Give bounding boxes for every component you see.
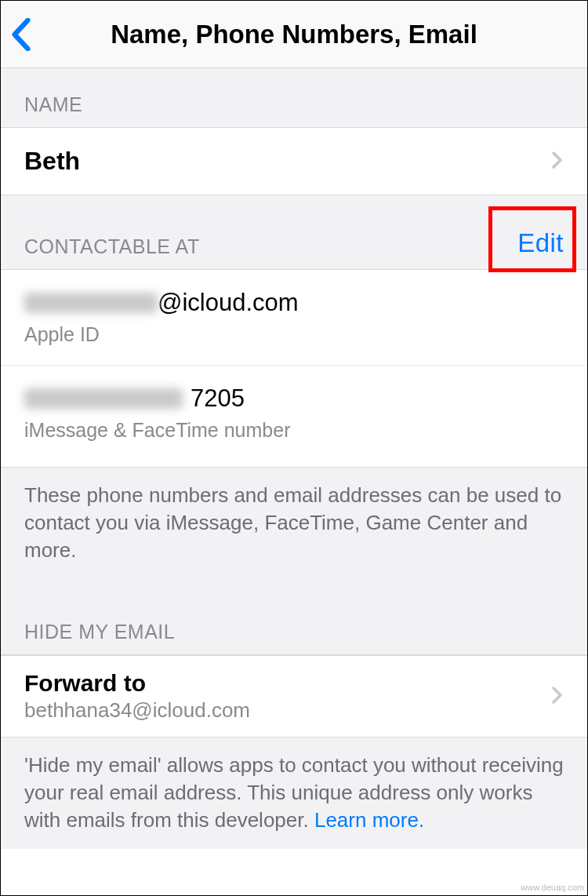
page-title: Name, Phone Numbers, Email [1,20,587,49]
section-header-label: NAME [24,93,82,116]
name-value: Beth [24,147,80,176]
footer-text-body: 'Hide my email' allows apps to contact y… [24,753,564,832]
edit-button[interactable]: Edit [517,228,564,258]
section-header-hide-email: HIDE MY EMAIL [1,578,587,655]
contactable-footer: These phone numbers and email addresses … [1,468,587,578]
contact-phone-value: 7205 [24,384,564,413]
section-header-label: CONTACTABLE AT [24,235,200,258]
contactable-list: @icloud.com Apple ID 7205 iMessage & Fac… [1,270,587,468]
contact-email-value: @icloud.com [24,289,564,317]
email-suffix: @icloud.com [158,289,299,317]
chevron-right-icon [551,683,564,710]
hide-email-footer: 'Hide my email' allows apps to contact y… [1,738,587,848]
watermark: www.deuaq.com [521,883,584,892]
forward-label: Forward to [24,670,250,697]
forward-to-row[interactable]: Forward to bethhana34@icloud.com [1,655,587,738]
redacted-text [24,388,183,409]
name-row[interactable]: Beth [1,128,587,195]
redacted-text [24,293,158,313]
contact-subtitle: iMessage & FaceTime number [24,419,564,442]
back-button[interactable] [10,18,32,51]
section-header-label: HIDE MY EMAIL [24,621,175,643]
section-header-contactable: CONTACTABLE AT Edit [1,195,587,270]
contact-subtitle: Apple ID [24,323,564,346]
forward-email: bethhana34@icloud.com [24,698,250,723]
nav-header: Name, Phone Numbers, Email [1,1,587,68]
learn-more-link[interactable]: Learn more. [314,808,424,832]
contact-item-phone[interactable]: 7205 iMessage & FaceTime number [1,365,587,467]
section-header-name: NAME [1,68,587,128]
chevron-right-icon [551,148,564,175]
contact-item-email[interactable]: @icloud.com Apple ID [1,270,587,365]
phone-suffix: 7205 [191,384,245,413]
chevron-left-icon [10,18,32,51]
